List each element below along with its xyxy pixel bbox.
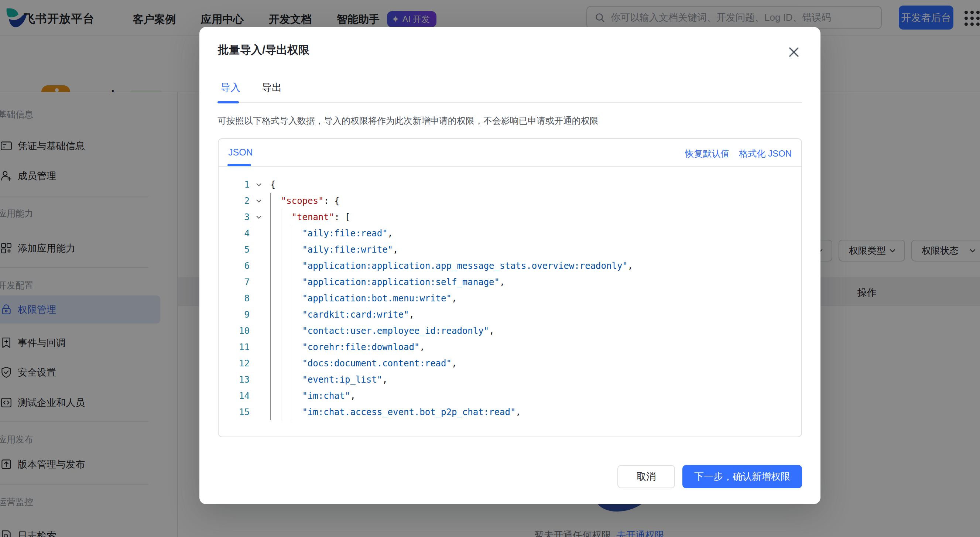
code-line-6[interactable]: 6"application:application.app_message_st…: [219, 258, 800, 274]
line-number: 14: [219, 388, 250, 404]
code-line-15[interactable]: 15"im:chat.access_event.bot_p2p_chat:rea…: [219, 404, 800, 420]
modal-description: 可按照以下格式导入数据，导入的权限将作为此次新增申请的权限，不会影响已申请或开通…: [218, 115, 598, 127]
indent-guide: [270, 274, 271, 290]
editor-actions: 恢复默认值格式化 JSON: [685, 148, 792, 159]
line-number: 6: [219, 258, 250, 274]
format-json-button[interactable]: 格式化 JSON: [739, 148, 792, 159]
code-line-11[interactable]: 11"corehr:file:download",: [219, 339, 800, 355]
indent-guide: [292, 274, 292, 290]
indent-guide: [292, 323, 292, 339]
indent-guide: [270, 193, 271, 209]
indent-guide: [292, 404, 292, 420]
line-number: 15: [219, 404, 250, 420]
code-text: "tenant": [: [292, 209, 350, 225]
indent-guide: [281, 225, 282, 242]
indent-guide: [292, 339, 292, 355]
indent-guide: [281, 323, 282, 339]
tabs-divider: [218, 102, 802, 103]
code-text: "cardkit:card:write",: [302, 306, 414, 323]
code-line-5[interactable]: 5"aily:file:write",: [219, 242, 800, 258]
code-text: "event:ip_list",: [302, 371, 387, 388]
code-line-2[interactable]: 2"scopes": {: [219, 193, 800, 209]
fold-chevron-icon[interactable]: [253, 177, 264, 193]
page: 飞书开放平台 客户案例应用中心开发文档智能助手 ✦ AI 开发 开发者后台: [0, 0, 980, 537]
line-number: 10: [219, 323, 250, 339]
code-text: "application:application:self_manage",: [302, 274, 505, 290]
code-text: "scopes": {: [281, 193, 340, 209]
fold-chevron-icon[interactable]: [253, 209, 264, 225]
code-line-14[interactable]: 14"im:chat",: [219, 388, 800, 404]
indent-guide: [292, 388, 292, 404]
line-number: 9: [219, 306, 250, 323]
indent-guide: [270, 290, 271, 306]
indent-guide: [281, 355, 282, 371]
line-number: 2: [219, 193, 250, 209]
indent-guide: [281, 274, 282, 290]
indent-guide: [270, 258, 271, 274]
indent-guide: [270, 306, 271, 323]
indent-guide: [270, 339, 271, 355]
code-text: "corehr:file:download",: [302, 339, 425, 355]
line-number: 13: [219, 371, 250, 388]
indent-guide: [292, 355, 292, 371]
code-text: "aily:file:read",: [302, 225, 393, 242]
line-number: 5: [219, 242, 250, 258]
code-text: "im:chat.access_event.bot_p2p_chat:read"…: [302, 404, 521, 420]
line-number: 7: [219, 274, 250, 290]
indent-guide: [292, 371, 292, 388]
indent-guide: [281, 258, 282, 274]
code-text: "application:bot.menu:write",: [302, 290, 457, 306]
indent-guide: [281, 339, 282, 355]
indent-guide: [281, 371, 282, 388]
line-number: 11: [219, 339, 250, 355]
indent-guide: [270, 323, 271, 339]
indent-guide: [292, 306, 292, 323]
cancel-button[interactable]: 取消: [617, 465, 675, 488]
line-number: 3: [219, 209, 250, 225]
code-line-10[interactable]: 10"contact:user.employee_id:readonly",: [219, 323, 800, 339]
indent-guide: [292, 290, 292, 306]
indent-guide: [281, 388, 282, 404]
indent-guide: [270, 371, 271, 388]
confirm-button[interactable]: 下一步，确认新增权限: [682, 465, 802, 488]
tab-import[interactable]: 导入: [220, 81, 240, 94]
indent-guide: [292, 258, 292, 274]
code-line-8[interactable]: 8"application:bot.menu:write",: [219, 290, 800, 306]
line-number: 1: [219, 177, 250, 193]
code-text: {: [270, 177, 275, 193]
indent-guide: [281, 290, 282, 306]
close-icon[interactable]: [785, 43, 803, 61]
json-tab-underline: [228, 164, 251, 166]
editor-header: JSON 恢复默认值格式化 JSON: [219, 139, 801, 167]
code-line-9[interactable]: 9"cardkit:card:write",: [219, 306, 800, 323]
code-line-1[interactable]: 1{: [219, 177, 800, 193]
code-text: "docs:document.content:read",: [302, 355, 457, 371]
indent-guide: [292, 225, 292, 242]
restore-default-button[interactable]: 恢复默认值: [685, 148, 729, 159]
code-text: "application:application.app_message_sta…: [302, 258, 633, 274]
json-editor-panel: JSON 恢复默认值格式化 JSON 1{2"scopes": {3"tenan…: [218, 138, 802, 437]
indent-guide: [281, 209, 282, 225]
code-line-4[interactable]: 4"aily:file:read",: [219, 225, 800, 242]
line-number: 12: [219, 355, 250, 371]
modal-title: 批量导入/导出权限: [218, 43, 309, 57]
code-editor[interactable]: 1{2"scopes": {3"tenant": [4"aily:file:re…: [219, 168, 801, 437]
code-line-13[interactable]: 13"event:ip_list",: [219, 371, 800, 388]
tab-json[interactable]: JSON: [228, 147, 253, 158]
tab-export[interactable]: 导出: [262, 81, 282, 94]
code-text: "im:chat",: [302, 388, 356, 404]
active-tab-underline: [218, 101, 239, 104]
code-line-12[interactable]: 12"docs:document.content:read",: [219, 355, 800, 371]
indent-guide: [270, 225, 271, 242]
indent-guide: [270, 388, 271, 404]
indent-guide: [281, 242, 282, 258]
code-line-3[interactable]: 3"tenant": [: [219, 209, 800, 225]
indent-guide: [281, 404, 282, 420]
indent-guide: [270, 209, 271, 225]
code-line-7[interactable]: 7"application:application:self_manage",: [219, 274, 800, 290]
code-text: "contact:user.employee_id:readonly",: [302, 323, 494, 339]
modal-footer: 取消 下一步，确认新增权限: [617, 465, 802, 488]
batch-permission-modal: 批量导入/导出权限 导入 导出 可按照以下格式导入数据，导入的权限将作为此次新增…: [199, 27, 821, 504]
fold-chevron-icon[interactable]: [253, 193, 264, 209]
code-text: "aily:file:write",: [302, 242, 398, 258]
